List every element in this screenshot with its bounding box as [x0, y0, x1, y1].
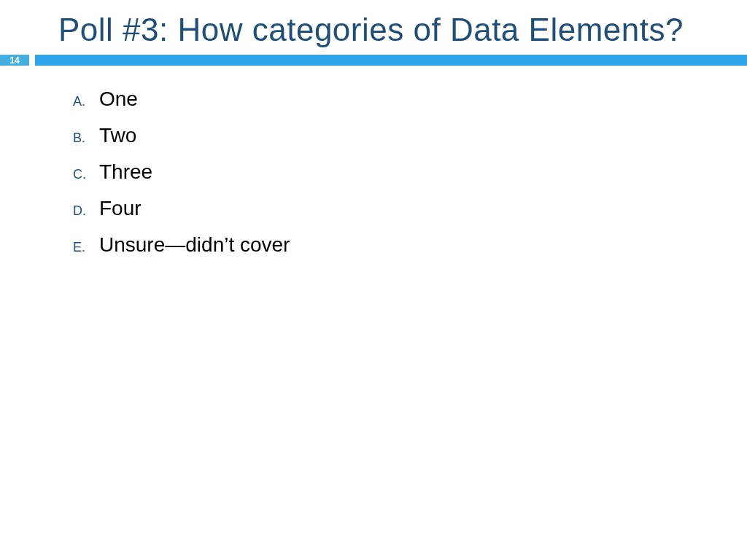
page-number-badge: 14: [0, 55, 29, 66]
list-item: E. Unsure—didn’t cover: [73, 233, 747, 257]
divider-bar: [35, 55, 747, 66]
option-letter: D.: [73, 203, 99, 219]
option-text: Four: [99, 197, 142, 220]
option-text: Two: [99, 124, 136, 147]
option-text: Unsure—didn’t cover: [99, 233, 290, 257]
list-item: A. One: [73, 88, 747, 111]
list-item: D. Four: [73, 197, 747, 220]
list-item: C. Three: [73, 160, 747, 184]
divider-row: 14: [0, 55, 747, 66]
slide-title: Poll #3: How categories of Data Elements…: [0, 0, 747, 50]
option-letter: B.: [73, 131, 99, 146]
options-list: A. One B. Two C. Three D. Four E. Unsure…: [0, 66, 747, 257]
list-item: B. Two: [73, 124, 747, 147]
option-letter: E.: [73, 240, 99, 255]
divider-gap: [29, 55, 35, 66]
option-text: Three: [99, 160, 152, 184]
option-letter: C.: [73, 167, 99, 182]
option-text: One: [99, 88, 138, 111]
option-letter: A.: [73, 94, 99, 109]
